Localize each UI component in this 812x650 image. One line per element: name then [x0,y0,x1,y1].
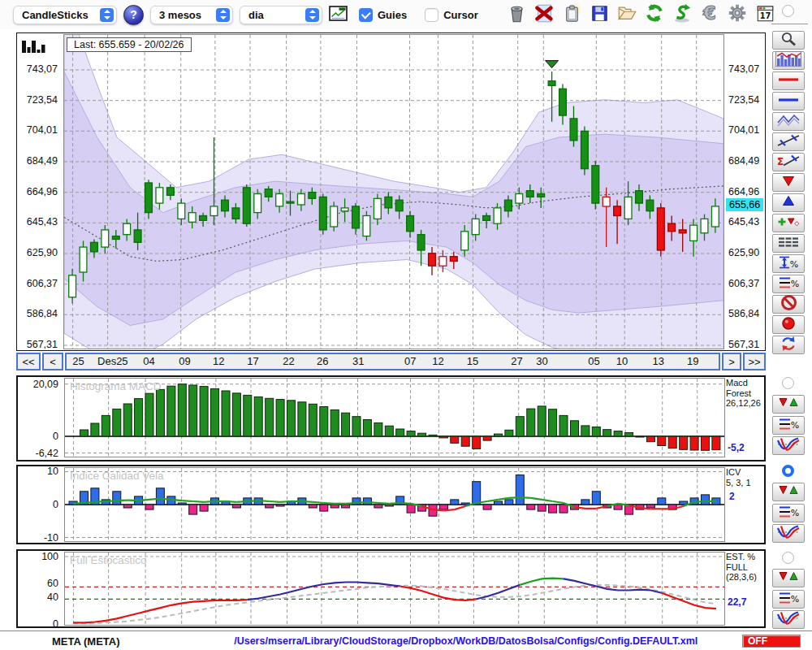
range-percent-icon: % [777,255,800,273]
trash-button[interactable] [506,4,528,26]
levels-button[interactable] [772,234,805,253]
trendline-button[interactable] [772,132,805,151]
period-value: 3 mesos [159,9,201,21]
refresh-small-icon [780,336,797,355]
stochastic-y-axis: 10060400 [18,551,63,626]
x-axis-label: 26 [317,355,328,367]
help-label: ? [130,8,137,21]
x-axis-label: 17 [247,355,258,367]
params-line: EST. % [726,552,757,562]
stoch-updown-arrows-button[interactable] [772,569,805,587]
macd-plot[interactable] [64,378,725,457]
x-axis-label: 13 [653,355,664,367]
lines-percent-icon: % [777,591,800,609]
mini-chart-button[interactable] [329,6,348,24]
guies-checkbox[interactable] [359,8,373,22]
interval-select[interactable]: dia [240,6,322,24]
save-button[interactable] [589,4,611,26]
zoom-button[interactable] [772,31,805,50]
main-chart-radio[interactable] [782,5,794,17]
stoch-panel-radio[interactable] [782,552,794,564]
blue-line-button[interactable] [772,92,805,110]
y-axis-tick: -10 [44,532,58,544]
icv-y-axis: 100-10 [18,466,63,543]
delete-button[interactable] [533,4,555,26]
arrow-up-button[interactable] [772,193,805,212]
macd-curve-button[interactable] [772,436,805,455]
help-button[interactable]: ? [123,5,144,25]
stoch-curve-button[interactable] [772,610,805,629]
scroll-last-button[interactable]: >> [743,353,766,370]
select-stepper-icon [100,8,114,22]
stochastic-params-label: EST. %FULL(28,3,6) [726,552,757,583]
cursor-checkbox[interactable] [425,8,438,22]
off-toggle-button[interactable]: OFF [742,635,801,648]
x-axis-label: 30 [536,355,547,367]
refresh-button[interactable] [644,4,666,26]
price-volume-button[interactable] [772,51,805,70]
x-axis-label: 15 [467,355,478,367]
params-line: 5, 3, 1 [726,478,751,488]
zigzag-button[interactable] [772,112,805,131]
y-axis-tick: 704,01 [728,124,759,136]
arrow-down-button[interactable] [772,173,805,192]
x-axis-labels[interactable]: 25Des2504091217222631071215273005101319 [65,353,720,370]
y-axis-tick: 567,31 [728,339,759,350]
paste-button[interactable] [561,4,583,26]
record-button[interactable] [772,315,805,334]
refresh-small-button[interactable] [772,336,805,354]
y-axis-tick: 0 [53,431,58,442]
red-line-button[interactable] [772,72,805,90]
open-button[interactable] [616,4,638,26]
svg-text:%: % [791,593,799,604]
y-axis-tick: 684,49 [27,155,58,167]
forbidden-icon [780,294,797,314]
euro-button[interactable]: € [699,4,721,26]
tool-sidebar: Σ%%%%% [770,0,812,650]
period-select[interactable]: 3 mesos [150,6,233,24]
svg-text:%: % [791,278,799,288]
scroll-first-button[interactable]: << [16,353,41,370]
lines-percent-icon: % [777,275,800,293]
icv-updown-arrows-button[interactable] [772,483,805,501]
chart-type-select[interactable]: CandleSticks [13,6,117,24]
macd-lines-percent-button[interactable]: % [772,416,805,435]
sidebar-divider [771,24,808,24]
range-percent-button[interactable]: % [772,254,805,273]
icv-curve-button[interactable] [772,524,805,543]
macd-updown-arrows-button[interactable] [772,395,805,414]
forbidden-button[interactable] [772,295,805,314]
icv-value-label: 2 [729,491,735,502]
y-axis-tick: 567,31 [27,339,58,350]
stochastic-value-label: 22,7 [728,596,746,608]
icv-params-label: ICV5, 3, 1 [726,467,751,488]
sum-trendline-icon: Σ [776,154,801,171]
main-chart-canvas [64,35,723,349]
zigzag-icon [776,113,801,131]
stoch-lines-percent-button[interactable]: % [772,590,805,609]
svg-text:%: % [791,419,799,430]
main-chart-plot[interactable] [63,34,724,349]
lines-percent-button[interactable]: % [772,275,805,293]
current-price-tag: 655,66 [726,198,763,211]
updown-arrows-icon [776,396,801,412]
macd-params-label: MacdForest26,12,26 [726,378,761,409]
x-axis-label: 12 [213,355,224,367]
record-icon [781,316,796,334]
y-axis-right: 655,66 743,07723,54704,01684,49664,96645… [725,33,765,350]
macd-panel-radio[interactable] [782,377,794,389]
settings-button[interactable] [727,4,749,26]
sync-button[interactable] [672,4,693,26]
stochastic-plot[interactable] [64,552,725,626]
toolbar-icon-group: €17 [506,4,776,26]
cursor-label: Cursor [443,9,478,21]
price-volume-icon [775,51,801,70]
scroll-next-button[interactable]: > [722,353,741,370]
icv-panel-radio[interactable] [782,465,794,477]
curve-icon [776,524,801,543]
scroll-prev-button[interactable]: < [42,353,63,370]
y-axis-tick: 586,84 [27,308,58,319]
sum-trendline-button[interactable]: Σ [772,153,805,171]
add-signal-button[interactable] [772,214,805,232]
icv-lines-percent-button[interactable]: % [772,504,805,522]
